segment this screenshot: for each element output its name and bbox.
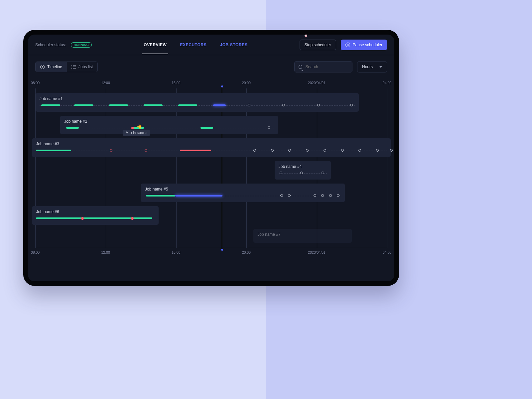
job-name: Job name #5 (145, 187, 341, 192)
tab-overview[interactable]: OVERVIEW (142, 35, 168, 54)
time-range-label: Hours (362, 65, 373, 69)
view-jobslist-label: Jobs list (78, 65, 93, 69)
job-row[interactable]: Job name #3 (32, 138, 390, 157)
timeline-grid[interactable]: Job name #1 Job name #2 (35, 88, 387, 248)
timeline-chart: 08:00 12:00 16:00 20:00 2020/04/01 04:00… (28, 78, 394, 263)
axis-tick: 08:00 (31, 250, 40, 254)
scheduler-status-badge: RUNNING (71, 42, 92, 48)
stop-scheduler-label: Stop scheduler (305, 43, 331, 47)
axis-tick: 16:00 (172, 250, 180, 254)
axis-tick: 08:00 (31, 81, 40, 85)
axis-tick: 16:00 (172, 81, 180, 85)
job-row[interactable]: Job name #1 (36, 93, 359, 112)
job-row[interactable]: Job name #6 (32, 206, 159, 225)
tab-jobstores[interactable]: JOB STORES (218, 35, 249, 54)
job-row[interactable]: Job name #5 (141, 184, 345, 202)
job-name: Job name #1 (40, 96, 355, 101)
axis-bottom: 08:00 12:00 16:00 20:00 2020/04/01 04:00 (35, 248, 387, 257)
pause-icon (345, 43, 350, 47)
job-name: Job name #6 (36, 209, 155, 214)
job-row[interactable]: Job name #4 (275, 161, 331, 180)
nav-tabs: OVERVIEW EXECUTORS JOB STORES (142, 35, 249, 54)
toolbar: Timeline Jobs list Hours (28, 55, 394, 78)
job-name: Job name #2 (64, 119, 274, 124)
view-timeline-button[interactable]: Timeline (36, 62, 67, 72)
pause-scheduler-button[interactable]: Pause scheduler (341, 40, 387, 50)
record-icon (305, 34, 307, 37)
list-icon (71, 65, 76, 69)
job-name: Job name #7 (257, 232, 348, 237)
search-box[interactable] (294, 61, 352, 72)
stop-scheduler-button[interactable]: Stop scheduler (300, 40, 336, 50)
header-bar: Scheduler status: RUNNING OVERVIEW EXECU… (28, 35, 394, 55)
chevron-down-icon (379, 66, 382, 68)
pause-scheduler-label: Pause scheduler (353, 43, 382, 47)
scheduler-status-label: Scheduler status: (35, 43, 66, 47)
axis-tick: 2020/04/01 (308, 81, 326, 85)
job-name: Job name #3 (36, 142, 386, 146)
view-timeline-label: Timeline (47, 65, 62, 69)
time-range-select[interactable]: Hours (357, 61, 387, 72)
tooltip: Max-instances (123, 130, 150, 136)
axis-tick: 20:00 (242, 250, 251, 254)
job-name: Job name #4 (279, 164, 327, 169)
axis-tick: 04:00 (383, 81, 391, 85)
axis-tick: 12:00 (101, 81, 110, 85)
view-jobslist-button[interactable]: Jobs list (67, 62, 97, 72)
cursor-icon: 👆 (137, 123, 142, 129)
job-row[interactable]: Job name #7 (253, 229, 352, 243)
search-icon (299, 65, 302, 69)
tab-executors[interactable]: EXECUTORS (179, 35, 208, 54)
app-window: Scheduler status: RUNNING OVERVIEW EXECU… (23, 30, 399, 286)
search-input[interactable] (306, 65, 348, 69)
clock-icon (40, 65, 45, 69)
axis-tick: 12:00 (101, 250, 110, 254)
axis-tick: 2020/04/01 (308, 250, 326, 254)
axis-tick: 04:00 (383, 250, 391, 254)
axis-tick: 20:00 (242, 81, 251, 85)
axis-top: 08:00 12:00 16:00 20:00 2020/04/01 04:00 (35, 78, 387, 87)
job-row[interactable]: Job name #2 👆 Max-instances (60, 116, 278, 134)
view-switcher: Timeline Jobs list (35, 62, 98, 72)
